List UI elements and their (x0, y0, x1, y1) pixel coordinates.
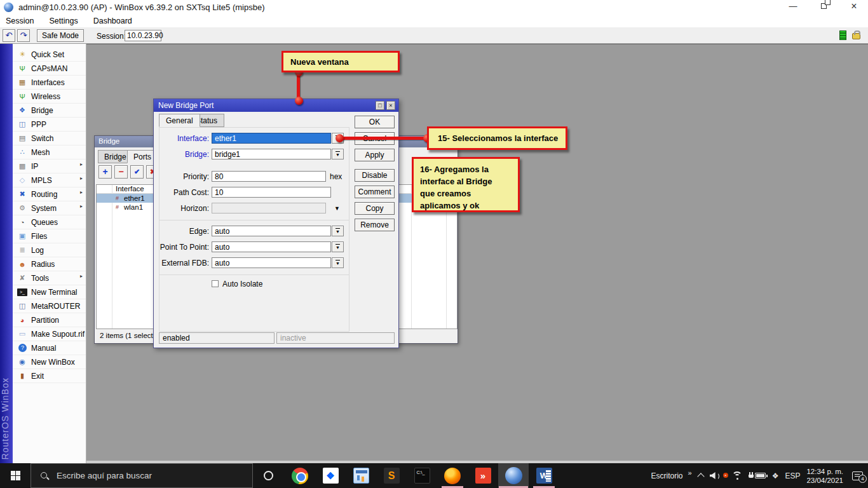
close-button[interactable]: × (845, 0, 863, 13)
word-icon: W (536, 468, 552, 484)
horizon-combo-arrow-icon[interactable]: ▼ (334, 205, 340, 212)
dialog-restore-button[interactable]: □ (376, 101, 384, 110)
priority-field[interactable]: 80 (212, 171, 326, 182)
menu-session[interactable]: Session (6, 17, 34, 25)
taskbar-search[interactable] (31, 463, 253, 488)
sidebar-item-new-winbox[interactable]: ◉New WinBox (13, 355, 86, 369)
dialog-close-button[interactable]: × (386, 101, 395, 110)
dialog-titlebar[interactable]: New Bridge Port (154, 99, 398, 112)
interface-field[interactable]: ether1 (212, 133, 331, 144)
search-input[interactable] (57, 471, 234, 480)
edge-dropdown-button[interactable]: ▼ (332, 226, 344, 236)
action-center-icon[interactable]: 4 (852, 471, 863, 480)
mpls-icon: ◇ (17, 176, 27, 184)
sidebar-item-ip[interactable]: ▩IP▸ (13, 159, 86, 173)
auto-isolate-checkbox[interactable] (212, 280, 219, 287)
sidebar-item-metarouter[interactable]: ◫MetaROUTER (13, 299, 86, 313)
redo-button[interactable]: ↷ (17, 29, 30, 42)
restore-button[interactable] (815, 0, 832, 13)
sidebar-item-mesh[interactable]: ∴Mesh (13, 146, 86, 159)
sidebar-item-capsman[interactable]: ΨCAPsMAN (13, 62, 86, 76)
sidebar-item-quick-set[interactable]: ✳Quick Set (13, 48, 86, 62)
cortana-icon (264, 471, 273, 480)
ok-button[interactable]: OK (355, 116, 395, 128)
taskbar-chrome-icon[interactable] (285, 463, 315, 488)
wifi-icon[interactable] (732, 471, 742, 480)
language-indicator[interactable]: ESP (785, 471, 800, 480)
minimize-button[interactable]: — (784, 0, 802, 13)
taskbar-command-prompt-icon[interactable]: C:\_ (407, 463, 437, 488)
taskbar-dropbox-icon[interactable]: ❖ (315, 463, 346, 488)
taskbar-winbox-icon[interactable] (498, 463, 529, 488)
hidden-icons-chevron[interactable] (697, 473, 704, 480)
remove-port-button[interactable]: − (114, 165, 128, 179)
battery-icon[interactable] (749, 472, 766, 479)
start-button[interactable] (0, 463, 31, 488)
disable-button[interactable]: Disable (355, 169, 395, 182)
sidebar-item-make-supout[interactable]: ▭Make Supout.rif (13, 327, 86, 341)
submenu-arrow-icon: ▸ (80, 175, 83, 181)
comment-button[interactable]: Comment (355, 186, 395, 198)
window-title: admin@10.0.23.90 (AP) - WinBox v6.39.2 o… (18, 3, 265, 12)
sidebar-item-interfaces[interactable]: ▦Interfaces (13, 76, 86, 90)
horizon-field[interactable] (212, 203, 326, 214)
separator (159, 220, 349, 220)
desktop-toolbar-label[interactable]: Escritorio (651, 471, 683, 480)
add-port-button[interactable]: + (98, 165, 112, 179)
dropdown-icon: ▼ (336, 228, 340, 234)
taskbar-sublime-icon[interactable]: S (376, 463, 407, 488)
sidebar-item-radius[interactable]: ☻Radius (13, 257, 86, 271)
sidebar-item-files[interactable]: ▣Files (13, 229, 86, 243)
copy-button[interactable]: Copy (355, 202, 395, 215)
external-fdb-field[interactable]: auto (212, 257, 331, 268)
path-cost-field[interactable]: 10 (212, 187, 331, 198)
sidebar-item-wireless[interactable]: ΨWireless (13, 90, 86, 104)
sidebar-item-partition[interactable]: ◕Partition (13, 313, 86, 327)
sidebar-item-manual[interactable]: ?Manual (13, 341, 86, 355)
enable-port-button[interactable]: ✔ (130, 165, 144, 179)
status-inactive: inactive (276, 332, 395, 344)
defender-alert-badge: × (723, 473, 728, 478)
undo-button[interactable]: ↶ (3, 29, 15, 42)
sidebar-item-mpls[interactable]: ◇MPLS▸ (13, 173, 86, 187)
cortana-button[interactable] (253, 463, 283, 488)
external-fdb-dropdown-button[interactable]: ▼ (332, 257, 344, 268)
apply-button[interactable]: Apply (355, 149, 395, 161)
point-to-point-dropdown-button[interactable]: ▼ (332, 241, 344, 252)
interface-field-row: Interface: ether1 ▼ (154, 133, 344, 144)
session-field[interactable]: 10.0.23.90 (125, 30, 161, 41)
sidebar-item-system[interactable]: ⚙System▸ (13, 201, 86, 215)
taskbar-firefox-icon[interactable] (437, 463, 468, 488)
connection-quality-icon (839, 30, 846, 40)
bridge-dropdown-button[interactable]: ▼ (332, 149, 344, 159)
sidebar-item-routing[interactable]: ✖Routing▸ (13, 187, 86, 201)
sidebar-item-switch[interactable]: ▤Switch (13, 132, 86, 146)
toolbar-overflow-icon[interactable]: » (688, 469, 692, 477)
sidebar-item-new-terminal[interactable]: >_New Terminal (13, 285, 86, 299)
clock[interactable]: 12:34 p. m.23/04/2021 (806, 467, 843, 485)
metarouter-icon: ◫ (17, 302, 27, 310)
bridge-field[interactable]: bridge1 (212, 149, 331, 159)
dropbox-tray-icon[interactable]: ❖ (772, 471, 779, 480)
queues-gauge-icon: ◔ (17, 219, 27, 226)
taskbar-word-icon[interactable]: W (529, 463, 559, 488)
sidebar-item-tools[interactable]: ✘Tools▸ (13, 271, 86, 285)
dialog-tab-general[interactable]: General (159, 114, 200, 127)
system-gear-icon: ⚙ (17, 204, 27, 212)
taskbar-system-monitor-icon[interactable] (346, 463, 376, 488)
sidebar-item-ppp[interactable]: ◫PPP (13, 118, 86, 132)
volume-icon[interactable] (710, 471, 719, 480)
point-to-point-field[interactable]: auto (212, 241, 331, 252)
sidebar-item-queues[interactable]: ◔Queues (13, 215, 86, 229)
sidebar-item-exit[interactable]: ▮Exit (13, 369, 86, 383)
sidebar-item-log[interactable]: ≣Log (13, 243, 86, 257)
safe-mode-button[interactable]: Safe Mode (37, 29, 84, 42)
menu-settings[interactable]: Settings (49, 17, 78, 25)
menu-dashboard[interactable]: Dashboard (93, 17, 132, 25)
sidebar-item-bridge[interactable]: ❖Bridge (13, 104, 86, 118)
edge-field[interactable]: auto (212, 226, 331, 236)
taskbar-red-arrows-app-icon[interactable]: » (468, 463, 498, 488)
remove-button[interactable]: Remove (355, 219, 395, 231)
screen: admin@10.0.23.90 (AP) - WinBox v6.39.2 o… (0, 0, 868, 488)
hex-suffix-label: hex (330, 172, 342, 181)
